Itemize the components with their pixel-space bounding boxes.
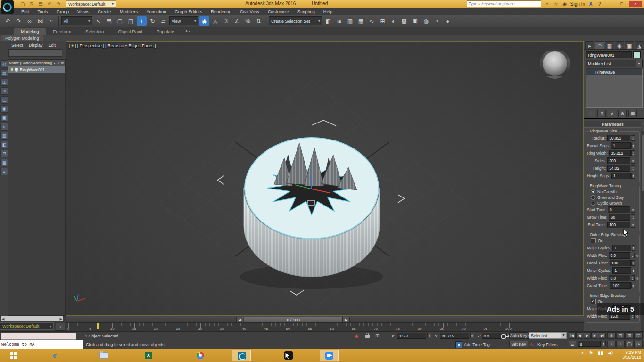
scroll-left-icon[interactable]: ◀ <box>2 317 4 321</box>
window-crossing-icon[interactable]: ◫ <box>126 16 136 26</box>
ribbon-tab[interactable]: Populate <box>150 28 181 35</box>
modifier-stack-item[interactable]: RingWave <box>586 69 642 75</box>
polygon-modeling-tab[interactable]: Polygon Modeling <box>1 35 43 41</box>
time-configuration-icon[interactable]: ◔ <box>56 323 65 331</box>
rollout-header[interactable]: Parameters <box>584 121 641 128</box>
scrollbar-thumb[interactable] <box>642 135 644 191</box>
list-item[interactable]: RingWave001 <box>8 66 65 73</box>
explorer-lock-icon[interactable]: ◫ <box>0 78 8 86</box>
file-explorer-icon[interactable] <box>94 350 113 361</box>
viewcube[interactable] <box>540 49 570 79</box>
visibility-bulb-icon[interactable] <box>11 68 13 71</box>
explorer-spacewarp-icon[interactable]: ⊡ <box>0 150 8 157</box>
horizontal-scrollbar[interactable]: ◀▶ <box>1 316 63 321</box>
search-icon[interactable]: ○ <box>544 1 550 7</box>
spinner[interactable] <box>506 333 511 338</box>
select-and-rotate-icon[interactable]: ↻ <box>148 16 157 26</box>
ribbon-tab[interactable]: Freeform <box>47 28 78 35</box>
3dsmax-logo-icon[interactable] <box>1 0 14 14</box>
spinner[interactable] <box>631 165 635 171</box>
network-icon[interactable]: ▮▮ <box>598 350 603 355</box>
explorer-menu-item[interactable]: Select <box>9 43 25 48</box>
curve-editor-icon[interactable]: ∿ <box>367 16 377 26</box>
explorer-display-icon[interactable]: ▤ <box>0 69 8 77</box>
open-file-icon[interactable]: ◳ <box>28 1 35 8</box>
modifier-list-dropdown[interactable]: Modifier List ▾ <box>586 60 643 67</box>
undo-icon[interactable]: ↶ <box>3 16 13 26</box>
explorer-helper-icon[interactable]: ◧ <box>0 141 8 148</box>
parameter-field[interactable]: 60 <box>609 214 630 221</box>
show-end-result-icon[interactable]: ▯ <box>597 110 606 117</box>
sort-column-label[interactable]: Name (Sorted Ascending) <box>9 61 56 65</box>
exchange-icon[interactable]: Χ <box>587 1 594 7</box>
configure-modifier-sets-icon[interactable]: ▦ <box>628 110 637 117</box>
favorites-star-icon[interactable]: ☆ <box>553 1 559 7</box>
schematic-view-icon[interactable]: ⊞ <box>378 16 388 26</box>
parameter-field[interactable]: 35.212 <box>609 150 631 156</box>
clock[interactable]: 9:29 PM 3/16/2018 <box>622 350 641 360</box>
radio-icon[interactable] <box>591 189 595 194</box>
chevron-down-icon[interactable]: ▾ <box>636 60 642 67</box>
radio-row[interactable]: Grow and Stay <box>591 195 638 200</box>
select-and-manipulate-icon[interactable]: ◬ <box>210 16 220 26</box>
action-center-icon[interactable]: ⚑ <box>589 350 593 355</box>
menu-item[interactable]: Scripting <box>293 9 319 14</box>
explorer-search-input[interactable] <box>8 49 62 57</box>
render-teapot-icon[interactable]: ◕ <box>443 16 453 26</box>
select-and-scale-icon[interactable]: ▱ <box>158 16 168 26</box>
menu-item[interactable]: Civil View <box>236 9 264 14</box>
menu-item[interactable]: Help <box>319 9 337 14</box>
redo-icon[interactable]: ↷ <box>14 16 24 26</box>
render-setup-icon[interactable]: ▩ <box>399 16 409 26</box>
parameter-field[interactable]: 0.0 <box>609 252 630 259</box>
spinner[interactable] <box>631 135 635 141</box>
object-color-swatch[interactable] <box>633 51 641 58</box>
remove-modifier-icon[interactable]: ⊗ <box>618 110 627 117</box>
checkbox-icon[interactable] <box>591 238 596 243</box>
explorer-light-icon[interactable]: ◐ <box>0 123 8 131</box>
maximize-button[interactable]: □ <box>617 1 627 7</box>
parameter-field[interactable]: 1 <box>612 245 631 251</box>
workspace-select[interactable]: Workspace: Default <box>66 0 116 8</box>
percent-snap-icon[interactable]: % <box>243 16 253 26</box>
explorer-hierarchy-icon[interactable]: ⊞ <box>0 87 8 95</box>
modifier-stack[interactable]: RingWave <box>586 68 643 108</box>
explorer-column-header[interactable]: Name (Sorted Ascending) Fro <box>8 60 65 66</box>
help-icon[interactable]: ? <box>596 1 603 7</box>
tab-modify[interactable]: ◠ <box>595 41 604 49</box>
checkbox-row[interactable]: On <box>591 238 638 243</box>
reference-coordinate-select[interactable]: View <box>169 16 198 25</box>
spinner[interactable] <box>631 143 635 148</box>
maxscript-mini-listener[interactable]: Welcome to MA <box>0 340 83 349</box>
z-coordinate-field[interactable]: 0.0 <box>482 333 505 339</box>
radio-icon[interactable] <box>591 201 595 206</box>
parameter-field[interactable]: 200 <box>607 157 630 164</box>
search-input[interactable] <box>467 0 541 7</box>
ribbon-tab[interactable]: Object Paint <box>111 28 149 35</box>
rectangular-selection-region-icon[interactable]: ▢ <box>115 16 125 26</box>
align-icon[interactable]: ≋ <box>334 16 344 26</box>
explorer-container-icon[interactable]: ≡ <box>0 168 8 175</box>
tab-create[interactable]: ▸ <box>585 41 594 49</box>
macro-recorder-field[interactable] <box>1 333 76 340</box>
viewport-canvas[interactable] <box>66 42 584 316</box>
y-coordinate-field[interactable]: 20.715 <box>440 333 469 339</box>
parameter-field[interactable]: 100 <box>607 222 630 228</box>
graphite-ribbon-icon[interactable]: ▦ <box>356 16 366 26</box>
tray-expand-icon[interactable]: ∧ <box>581 350 584 355</box>
spinner[interactable] <box>631 253 635 258</box>
parameter-field[interactable]: 0 <box>608 206 630 213</box>
parameter-field[interactable]: 34.02 <box>607 165 630 172</box>
3dsmax-taskbar-icon[interactable] <box>232 350 251 361</box>
spinner[interactable] <box>632 268 635 273</box>
spinner[interactable] <box>631 214 635 220</box>
viewport[interactable]: [ + ] [ Perspective ] [ Realistic + Edge… <box>66 41 584 316</box>
spinner[interactable] <box>631 222 635 228</box>
zoom-app-icon[interactable] <box>320 350 339 361</box>
redo-small-icon[interactable]: ↷ <box>55 1 62 8</box>
frozen-column-label[interactable]: Fro <box>57 61 64 65</box>
material-editor-icon[interactable]: ◐ <box>388 16 398 26</box>
snaps-toggle-icon[interactable]: 3 <box>221 16 231 26</box>
workspace-tab[interactable]: Workspace: Default <box>0 322 54 330</box>
menu-item[interactable]: Group <box>52 9 73 14</box>
